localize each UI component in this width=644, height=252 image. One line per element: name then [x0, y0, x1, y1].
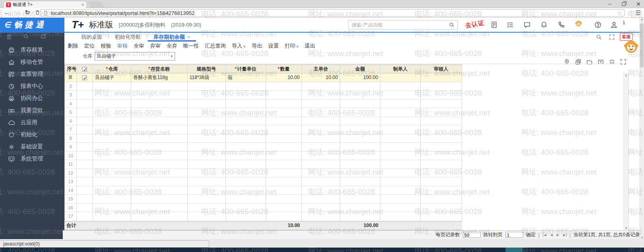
- prev-page-icon[interactable]: ◄: [549, 233, 553, 237]
- column-header-auditor[interactable]: 审核人: [421, 65, 462, 73]
- back-icon[interactable]: ←: [4, 9, 10, 16]
- pin-location-icon[interactable]: [564, 58, 570, 65]
- column-header-amount[interactable]: 金额: [340, 65, 380, 73]
- sidebar-item-inventory-accounting[interactable]: 库存核算: [0, 44, 64, 56]
- grid-scrollbar[interactable]: ▲▼: [623, 73, 629, 230]
- tab-close-icon[interactable]: ×: [81, 2, 84, 7]
- sidebar-item-loan[interactable]: 我要贷款: [0, 104, 64, 117]
- column-header-spec[interactable]: 规格型号: [188, 65, 226, 73]
- select-all-checkbox[interactable]: [82, 67, 87, 72]
- goto-page-input[interactable]: [506, 232, 523, 238]
- message-icon[interactable]: [523, 21, 531, 29]
- app-grid-icon[interactable]: [490, 21, 498, 29]
- toolbar-exit[interactable]: 退出: [305, 42, 315, 50]
- url-field[interactable]: localhost:8080/tplus/view/portal/portal.…: [40, 9, 625, 17]
- tab-search-icon[interactable]: [596, 34, 602, 42]
- last-page-icon[interactable]: ►|: [562, 233, 567, 237]
- maximize-icon[interactable]: [609, 34, 615, 42]
- warehouse-select[interactable]: 良品铺子 ∨: [95, 52, 175, 60]
- sidebar-item-report-center[interactable]: 报表中心: [0, 80, 64, 92]
- column-header-warehouse[interactable]: *仓库: [93, 65, 131, 73]
- new-window-icon[interactable]: [40, 33, 46, 41]
- forward-icon[interactable]: →: [14, 9, 21, 16]
- folder-icon[interactable]: [586, 58, 593, 65]
- confirm-button[interactable]: 确定: [526, 231, 536, 238]
- user-icon[interactable]: [610, 21, 618, 29]
- toolbar-audit-all[interactable]: 全审: [134, 42, 144, 50]
- column-header-quantity[interactable]: *数量: [266, 65, 302, 73]
- column-header-label: 仓库: [108, 66, 118, 72]
- toolbar-unaudit[interactable]: 弃审: [150, 42, 161, 50]
- search-icon[interactable]: [449, 22, 455, 28]
- browser-tab[interactable]: T 畅捷通 T+ ×: [3, 1, 87, 8]
- column-header-item_name[interactable]: *存货名称: [131, 65, 188, 73]
- grid-header-row: 序号*仓库*存货名称规格型号*计量单位*数量主单价金额制单人审核人: [65, 65, 462, 73]
- page-scrollbar-thumb[interactable]: [640, 23, 644, 68]
- toolbar-delete[interactable]: 删除: [68, 42, 78, 50]
- page-size-input[interactable]: [463, 232, 481, 238]
- next-page-icon[interactable]: ►: [556, 233, 559, 237]
- toolbar-unaudit-all[interactable]: 全弃: [167, 42, 177, 50]
- scroll-down-icon[interactable]: ▼: [625, 227, 627, 229]
- copy-add-icon[interactable]: [575, 58, 582, 65]
- toolbar-audit[interactable]: 审核: [117, 42, 128, 50]
- browser-menu-icon[interactable]: ☰: [636, 9, 641, 17]
- scroll-up-icon[interactable]: ▲: [625, 74, 627, 77]
- tab-my-desktop[interactable]: 我的桌面: [76, 33, 108, 42]
- cell-auditor: [421, 125, 462, 134]
- sidebar-item-mobile-warehouse[interactable]: 移动仓管: [0, 56, 64, 68]
- sidebar-item-collaboration-office[interactable]: 协同办公: [0, 92, 64, 104]
- table-row[interactable]: 良品铺子香酥小黄鱼118g118*36袋箱10.0010.00100.00: [65, 73, 462, 82]
- sidebar-item-invoice-management[interactable]: 发票管理: [0, 68, 64, 80]
- toolbar-import[interactable]: 导入∨: [232, 42, 246, 50]
- row-detail-icon[interactable]: [68, 74, 73, 80]
- fullscreen-icon[interactable]: [620, 58, 627, 65]
- close-window-icon[interactable]: [597, 58, 604, 65]
- notification-bell-icon[interactable]: [540, 21, 548, 29]
- cell-unit: [226, 212, 266, 221]
- checklist-icon[interactable]: [506, 21, 514, 29]
- certify-stamp[interactable]: 去认证: [465, 19, 485, 29]
- chanjet-logo[interactable]: ∈ 畅捷通: [0, 18, 64, 32]
- trash-icon[interactable]: [35, 10, 40, 17]
- window-restore-icon[interactable]: [622, 2, 625, 6]
- product-search-input[interactable]: [351, 22, 449, 28]
- window-minimize-icon[interactable]: ─: [608, 2, 612, 6]
- column-header-rowno[interactable]: 序号: [65, 65, 77, 73]
- tab-close-icon[interactable]: ×: [187, 34, 190, 40]
- first-page-icon[interactable]: |◄: [543, 233, 547, 237]
- toolbar-export[interactable]: 导出: [252, 42, 262, 50]
- scroll-up-icon[interactable]: ▲: [641, 18, 644, 21]
- column-header-creator[interactable]: 制单人: [380, 65, 421, 73]
- phone-icon[interactable]: [557, 21, 565, 29]
- favicon: T: [6, 2, 11, 7]
- sidebar-search-icon[interactable]: [23, 33, 29, 41]
- tab-init-navigation[interactable]: 初始化导航: [109, 33, 147, 42]
- sidebar-item-cloud-apps[interactable]: 云应用: [0, 117, 64, 129]
- sidebar-item-initialization[interactable]: 初始化: [0, 129, 64, 141]
- window-close-icon[interactable]: ✕: [636, 1, 641, 7]
- sidebar-item-basic-settings[interactable]: 基础设置: [0, 141, 64, 153]
- sidebar-item-system-management[interactable]: 系统管理: [0, 153, 64, 165]
- bookmark-star-icon[interactable]: ☆: [617, 10, 622, 16]
- new-tab-button[interactable]: [88, 2, 105, 8]
- column-header-unit[interactable]: *计量单位: [226, 65, 266, 73]
- column-header-check[interactable]: [77, 65, 93, 73]
- toolbar-validate[interactable]: 校验: [101, 42, 111, 50]
- tab-inventory-opening-balance[interactable]: 库存期初余额×: [148, 33, 196, 42]
- mascot-monkey-icon[interactable]: [575, 20, 582, 27]
- toolbar-print[interactable]: 打印∨: [285, 42, 299, 50]
- bank-icon[interactable]: [609, 58, 615, 65]
- row-checkbox[interactable]: [82, 75, 87, 80]
- reload-icon[interactable]: ↻: [25, 9, 30, 16]
- toolbar-uniqueness[interactable]: 唯一性: [183, 42, 199, 50]
- help-icon[interactable]: [594, 21, 602, 29]
- scroll-down-icon[interactable]: ▼: [641, 236, 644, 239]
- toolbar-settings[interactable]: 设置: [268, 42, 279, 50]
- grid-action-icons: [564, 58, 627, 65]
- toolbar-summary-query[interactable]: 汇总查询: [205, 42, 226, 50]
- toolbar-locate[interactable]: 定位: [84, 42, 95, 50]
- mascot-monkey-peek-icon[interactable]: [623, 39, 639, 55]
- menu-icon[interactable]: ☰: [6, 34, 12, 40]
- column-header-unit_price[interactable]: 主单价: [302, 65, 340, 73]
